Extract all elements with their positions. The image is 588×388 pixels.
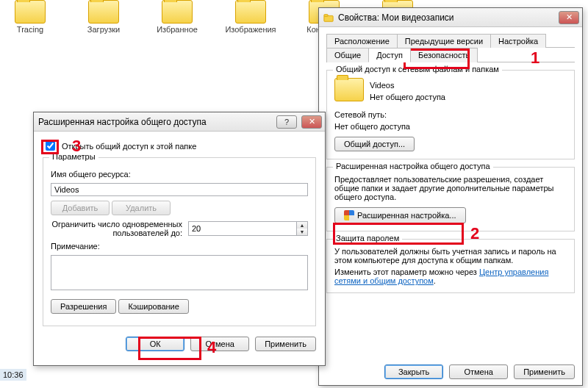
share-name-input[interactable]	[51, 183, 308, 196]
desktop-item-label: Tracing	[4, 25, 56, 34]
share-button[interactable]: Общий доступ...	[334, 137, 415, 151]
svg-rect-1	[324, 14, 328, 16]
password-protect-text: У пользователей должны быть учетная запи…	[334, 247, 567, 265]
dialog-footer: ОК Отмена Применить	[43, 326, 316, 359]
permissions-button[interactable]: Разрешения	[51, 299, 116, 314]
folder-icon	[235, 0, 266, 24]
tab-customize[interactable]: Настройка	[490, 34, 546, 48]
group-legend: Расширенная настройка общего доступа	[333, 162, 493, 170]
network-share-group: Общий доступ к сетевым файлам и папкам V…	[326, 70, 575, 159]
close-button[interactable]: ✕	[559, 11, 579, 24]
titlebar[interactable]: Расширенная настройка общего доступа ? ✕	[34, 112, 325, 132]
dialog-footer: Закрыть Отмена Применить	[319, 359, 582, 385]
parameters-group: Параметры Имя общего ресурса: Добавить У…	[43, 157, 316, 326]
desktop-item[interactable]: Загрузки	[78, 0, 129, 34]
share-folder-checkbox-label: Открыть общий доступ к этой папке	[62, 142, 196, 151]
user-limit-input[interactable]	[188, 221, 297, 236]
advanced-sharing-button-label: Расширенная настройка...	[357, 211, 456, 220]
tab-location[interactable]: Расположение	[326, 34, 398, 48]
desktop-item[interactable]: Tracing	[4, 0, 56, 34]
share-status: Нет общего доступа	[334, 93, 567, 101]
user-limit-stepper[interactable]: ▲▼	[188, 221, 308, 236]
desktop-item-label: Загрузки	[78, 25, 129, 34]
titlebar[interactable]: Свойства: Мои видеозаписи ✕	[319, 8, 582, 27]
desktop-item-label: Избранное	[151, 25, 203, 34]
stepper-arrows[interactable]: ▲▼	[297, 221, 308, 236]
tab-general[interactable]: Общие	[326, 48, 369, 62]
tabs-row-1: Расположение Предыдущие версии Настройка	[326, 33, 575, 48]
taskbar-clock: 10:36	[0, 369, 26, 381]
remove-button[interactable]: Удалить	[112, 201, 171, 215]
advanced-share-group: Расширенная настройка общего доступа Пре…	[326, 167, 575, 231]
text: Изменить этот параметр можно через	[334, 267, 479, 276]
folder-icon	[162, 0, 193, 24]
advanced-share-desc: Предоставляет пользовательские разрешени…	[334, 175, 567, 201]
shield-icon	[344, 210, 354, 220]
share-name: Videos	[334, 81, 567, 90]
tab-previous-versions[interactable]: Предыдущие версии	[397, 34, 491, 48]
window-title: Расширенная настройка общего доступа	[38, 117, 272, 127]
password-protect-text2: Изменить этот параметр можно через Центр…	[334, 267, 567, 285]
tab-sharing[interactable]: Доступ	[368, 48, 411, 62]
properties-window: Свойства: Мои видеозаписи ✕ Расположение…	[318, 7, 583, 386]
chevron-down-icon[interactable]: ▼	[297, 229, 307, 235]
add-button[interactable]: Добавить	[51, 201, 110, 215]
desktop-item[interactable]: Избранное	[151, 0, 203, 34]
folder-icon	[334, 78, 364, 101]
caching-button[interactable]: Кэширование	[118, 299, 188, 314]
apply-button[interactable]: Применить	[514, 364, 575, 379]
desktop-item[interactable]: Изображения	[225, 0, 276, 34]
note-textarea[interactable]	[51, 255, 308, 290]
advanced-sharing-button[interactable]: Расширенная настройка...	[334, 207, 466, 223]
apply-button[interactable]: Применить	[255, 337, 316, 351]
desktop-item-label: Изображения	[225, 25, 276, 34]
tab-security[interactable]: Безопасность	[410, 48, 478, 62]
group-legend: Защита паролем	[333, 234, 402, 242]
folder-icon	[88, 0, 119, 24]
advanced-sharing-window: Расширенная настройка общего доступа ? ✕…	[33, 112, 326, 366]
cancel-button[interactable]: Отмена	[449, 364, 508, 379]
share-name-label: Имя общего ресурса:	[51, 170, 308, 179]
network-path-label: Сетевой путь:	[334, 110, 567, 119]
password-protect-group: Защита паролем У пользователей должны бы…	[326, 239, 575, 293]
chevron-up-icon[interactable]: ▲	[297, 222, 307, 229]
cancel-button[interactable]: Отмена	[190, 337, 249, 351]
network-path-value: Нет общего доступа	[334, 122, 567, 131]
share-folder-checkbox-row[interactable]: Открыть общий доступ к этой папке	[43, 139, 316, 153]
folder-icon	[323, 12, 334, 23]
group-legend: Общий доступ к сетевым файлам и папкам	[333, 65, 502, 73]
group-legend: Параметры	[49, 152, 98, 161]
close-button[interactable]: Закрыть	[384, 364, 443, 379]
tabs-row-2: Общие Доступ Безопасность	[326, 47, 575, 62]
window-title: Свойства: Мои видеозаписи	[338, 12, 554, 23]
note-label: Примечание:	[51, 242, 308, 251]
text: .	[434, 276, 436, 285]
close-button[interactable]: ✕	[301, 115, 322, 129]
share-folder-checkbox[interactable]	[46, 141, 55, 151]
limit-label: Ограничить число одновременных пользоват…	[51, 220, 182, 237]
help-button[interactable]: ?	[276, 115, 297, 129]
folder-icon	[15, 0, 46, 24]
ok-button[interactable]: ОК	[126, 337, 184, 351]
